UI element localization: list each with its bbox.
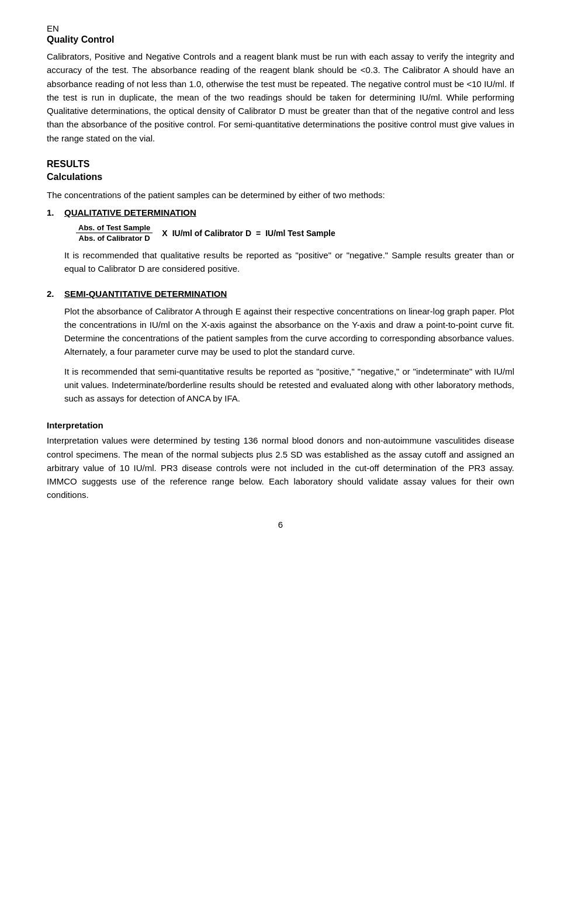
formula-fraction: Abs. of Test Sample Abs. of Calibrator D [76, 223, 153, 243]
item-2-para1: Plot the absorbance of Calibrator A thro… [64, 304, 514, 359]
lang-label: EN [47, 23, 514, 33]
calculations-heading: Calculations [47, 172, 514, 182]
formula-numerator: Abs. of Test Sample [76, 223, 153, 233]
item-1-qualitative: 1. QUALITATIVE DETERMINATION Abs. of Tes… [47, 207, 514, 282]
quality-control-heading: Quality Control [47, 34, 514, 45]
item-1-content: QUALITATIVE DETERMINATION Abs. of Test S… [64, 207, 514, 282]
interpretation-para: Interpretation values were determined by… [47, 434, 514, 501]
results-heading: RESULTS [47, 159, 514, 169]
quality-control-para: Calibrators, Positive and Negative Contr… [47, 50, 514, 145]
formula-row: Abs. of Test Sample Abs. of Calibrator D… [76, 223, 514, 243]
formula-block-1: Abs. of Test Sample Abs. of Calibrator D… [76, 223, 514, 243]
page: EN Quality Control Calibrators, Positive… [0, 0, 561, 924]
formula-multiply: X [162, 229, 167, 238]
item-2-para2: It is recommended that semi-quantitative… [64, 365, 514, 406]
page-number: 6 [47, 520, 514, 530]
item-1-para: It is recommended that qualitative resul… [64, 248, 514, 276]
formula-calibrator: IU/ml of Calibrator D [172, 229, 251, 238]
item-2-number: 2. [47, 289, 64, 299]
item-1-title: QUALITATIVE DETERMINATION [64, 207, 514, 217]
interpretation-heading: Interpretation [47, 420, 514, 430]
item-2-semiquantitative: 2. SEMI-QUANTITATIVE DETERMINATION Plot … [47, 289, 514, 411]
item-2-content: SEMI-QUANTITATIVE DETERMINATION Plot the… [64, 289, 514, 411]
formula-denominator: Abs. of Calibrator D [77, 233, 153, 243]
formula-equals: = [256, 229, 261, 238]
item-1-number: 1. [47, 207, 64, 217]
results-intro-para: The concentrations of the patient sample… [47, 188, 514, 202]
item-2-title: SEMI-QUANTITATIVE DETERMINATION [64, 289, 514, 299]
formula-result: IU/ml Test Sample [265, 229, 335, 238]
